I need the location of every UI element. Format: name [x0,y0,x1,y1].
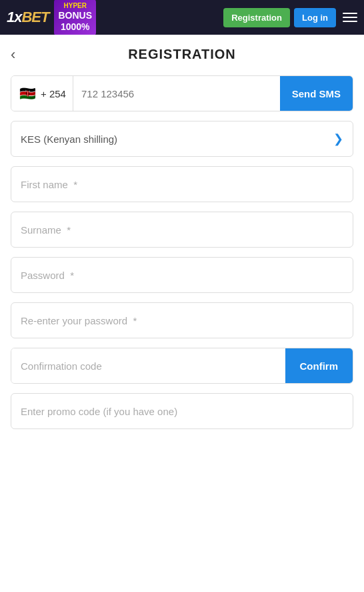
hamburger-line-2 [343,17,357,18]
page-header: ‹ REGISTRATION [0,35,364,69]
phone-row: 🇰🇪 + 254 Send SMS [11,75,353,111]
currency-label: KES (Kenyan shilling) [21,133,117,145]
country-code: + 254 [41,88,66,99]
send-sms-button[interactable]: Send SMS [280,76,353,111]
logo-1x: 1x [7,9,21,25]
phone-input[interactable] [73,76,280,111]
confirmation-code-input[interactable] [11,348,285,383]
page-title: REGISTRATION [128,47,236,62]
hyper-bonus-line2: BONUS [58,10,92,21]
surname-input[interactable] [21,224,343,236]
confirmation-code-row: Confirm [11,348,353,384]
header: 1xBET HYPER BONUS 1000% Registration Log… [0,0,364,35]
logo-text: 1xBET [7,9,49,26]
logo-bet: BET [21,9,49,25]
password-field [11,257,353,293]
country-flag: 🇰🇪 [18,84,37,103]
hamburger-menu-icon[interactable] [343,13,357,22]
header-buttons: Registration Log in [223,8,357,27]
password-input[interactable] [21,270,343,281]
hyper-bonus-line1: HYPER [58,2,92,10]
chevron-down-icon: ❯ [333,131,343,146]
currency-selector[interactable]: KES (Kenyan shilling) ❯ [11,121,353,157]
first-name-field [11,166,353,202]
hyper-bonus-line3: 1000% [58,21,92,33]
logo: 1xBET HYPER BONUS 1000% [7,0,96,35]
country-selector[interactable]: 🇰🇪 + 254 [11,76,73,111]
hamburger-line-3 [343,21,357,22]
login-button[interactable]: Log in [294,8,336,27]
re-password-field [11,302,353,338]
hamburger-line-1 [343,13,357,14]
first-name-input[interactable] [21,179,343,190]
back-button[interactable]: ‹ [11,46,15,63]
promo-code-input[interactable] [21,406,343,417]
confirm-button[interactable]: Confirm [285,348,353,383]
registration-form: 🇰🇪 + 254 Send SMS KES (Kenyan shilling) … [0,69,364,442]
promo-code-field [11,393,353,429]
hyper-bonus-badge[interactable]: HYPER BONUS 1000% [54,0,96,35]
re-password-input[interactable] [21,315,343,326]
surname-field [11,212,353,248]
registration-button[interactable]: Registration [223,8,290,27]
